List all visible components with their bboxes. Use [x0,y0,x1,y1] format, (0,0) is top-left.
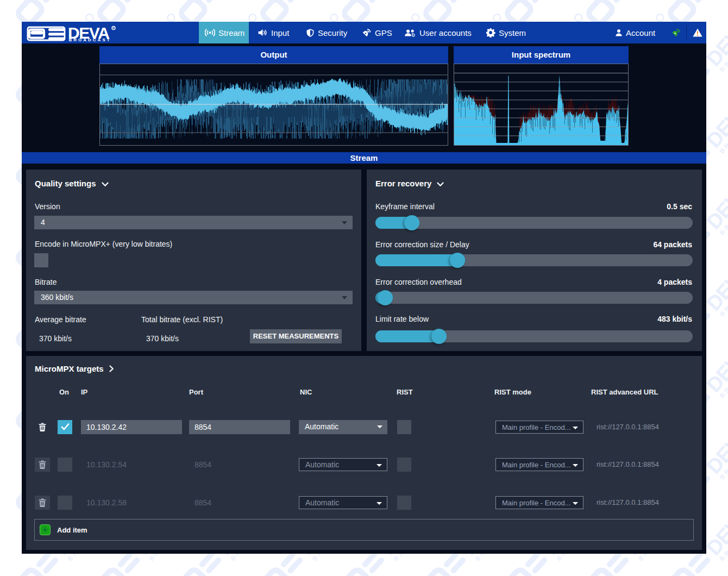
svg-text:R: R [112,26,115,30]
svg-text:BROADCAST: BROADCAST [69,37,111,42]
